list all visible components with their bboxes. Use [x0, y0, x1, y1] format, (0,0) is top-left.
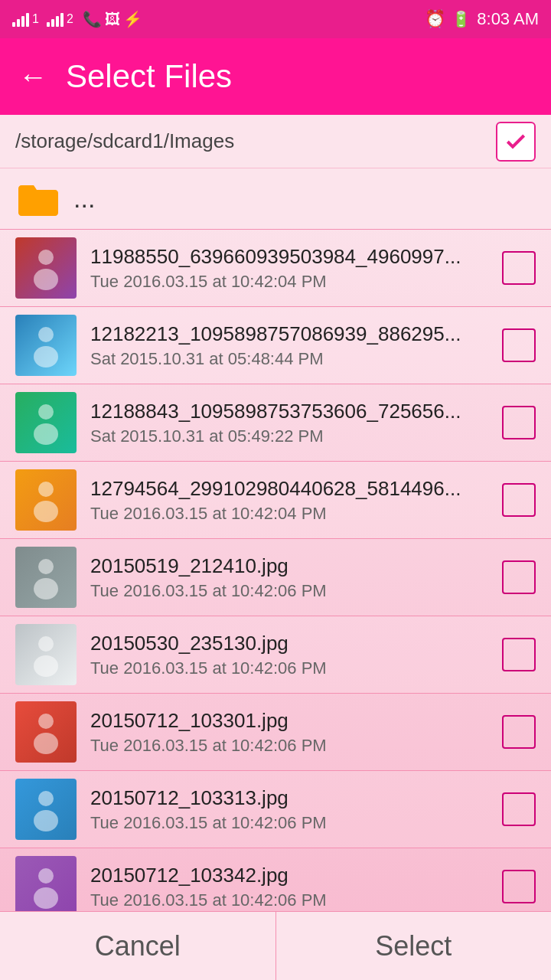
list-item[interactable]: 20150519_212410.jpg Tue 2016.03.15 at 10… — [0, 539, 551, 616]
file-checkbox[interactable] — [502, 406, 536, 439]
svg-point-4 — [38, 404, 54, 420]
app-bar: ← Select Files — [0, 38, 551, 115]
signal-1 — [12, 11, 29, 27]
file-name: 12188843_1095898753753606_725656... — [90, 400, 494, 423]
file-thumbnail — [15, 701, 77, 763]
list-item[interactable]: 12188843_1095898753753606_725656... Sat … — [0, 384, 551, 462]
file-date: Tue 2016.03.15 at 10:42:06 PM — [90, 736, 494, 756]
select-all-button[interactable] — [496, 122, 536, 162]
select-button[interactable]: Select — [276, 912, 552, 980]
parent-folder-row[interactable]: ... — [0, 168, 551, 230]
file-thumbnail — [15, 392, 77, 453]
list-item[interactable]: 11988550_639660939503984_4960997... Tue … — [0, 230, 551, 307]
svg-point-5 — [34, 423, 58, 445]
file-info: 20150712_103342.jpg Tue 2016.03.15 at 10… — [90, 864, 494, 910]
svg-point-17 — [34, 887, 58, 909]
file-info: 11988550_639660939503984_4960997... Tue … — [90, 245, 494, 292]
back-arrow-icon: ← — [18, 60, 47, 93]
list-item[interactable]: 20150712_103313.jpg Tue 2016.03.15 at 10… — [0, 771, 551, 848]
file-name: 20150530_235130.jpg — [90, 632, 494, 655]
cancel-label: Cancel — [95, 930, 181, 962]
svg-point-7 — [34, 501, 58, 522]
file-thumbnail — [15, 624, 77, 685]
list-item[interactable]: 12182213_1095898757086939_886295... Sat … — [0, 307, 551, 384]
svg-point-8 — [38, 559, 54, 574]
file-thumbnail — [15, 237, 77, 299]
file-thumbnail — [15, 856, 77, 917]
file-thumbnail — [15, 547, 77, 608]
signal-2 — [47, 11, 64, 27]
file-date: Sat 2015.10.31 at 05:49:22 PM — [90, 426, 494, 446]
file-list: ... 11988550_639660939503984_4960997... … — [0, 168, 551, 934]
file-name: 11988550_639660939503984_4960997... — [90, 245, 494, 269]
file-date: Tue 2016.03.15 at 10:42:06 PM — [90, 581, 494, 601]
file-checkbox[interactable] — [502, 638, 536, 671]
list-item[interactable]: 20150530_235130.jpg Tue 2016.03.15 at 10… — [0, 616, 551, 694]
file-thumbnail — [15, 469, 77, 531]
status-right: ⏰ 🔋 8:03 AM — [425, 9, 539, 29]
file-info: 20150519_212410.jpg Tue 2016.03.15 at 10… — [90, 554, 494, 601]
file-date: Tue 2016.03.15 at 10:42:04 PM — [90, 504, 494, 524]
alarm-icon: ⏰ — [425, 9, 445, 29]
file-thumbnail — [15, 779, 77, 840]
file-checkbox[interactable] — [502, 251, 536, 285]
folder-icon — [15, 181, 61, 217]
sim1-label: 1 — [32, 12, 39, 26]
svg-point-9 — [34, 578, 58, 599]
file-name: 12794564_299102980440628_5814496... — [90, 477, 494, 501]
file-info: 20150530_235130.jpg Tue 2016.03.15 at 10… — [90, 632, 494, 678]
file-checkbox[interactable] — [502, 483, 536, 517]
bottom-bar: Cancel Select — [0, 911, 551, 980]
file-info: 12794564_299102980440628_5814496... Tue … — [90, 477, 494, 524]
file-date: Tue 2016.03.15 at 10:42:06 PM — [90, 890, 494, 910]
file-date: Sat 2015.10.31 at 05:48:44 PM — [90, 349, 494, 369]
file-name: 20150712_103313.jpg — [90, 786, 494, 810]
file-name: 20150712_103301.jpg — [90, 709, 494, 733]
file-checkbox[interactable] — [502, 792, 536, 826]
file-rows: 11988550_639660939503984_4960997... Tue … — [0, 230, 551, 926]
file-checkbox[interactable] — [502, 560, 536, 594]
image-icon: 🖼 — [105, 11, 120, 28]
battery-icon: 🔋 — [452, 10, 471, 28]
list-item[interactable]: 20150712_103301.jpg Tue 2016.03.15 at 10… — [0, 694, 551, 771]
status-bar: 1 2 📞 🖼 ⚡ ⏰ 🔋 8:03 AM — [0, 0, 551, 38]
svg-point-13 — [34, 733, 58, 754]
file-checkbox[interactable] — [502, 870, 536, 903]
call-icon: 📞 — [83, 10, 102, 28]
list-item[interactable]: 12794564_299102980440628_5814496... Tue … — [0, 462, 551, 539]
svg-point-0 — [38, 250, 54, 265]
sim2-label: 2 — [67, 12, 73, 26]
page-title: Select Files — [66, 58, 533, 95]
file-checkbox[interactable] — [502, 715, 536, 749]
file-info: 20150712_103313.jpg Tue 2016.03.15 at 10… — [90, 786, 494, 833]
file-checkbox[interactable] — [502, 328, 536, 362]
time-display: 8:03 AM — [477, 9, 539, 29]
file-name: 12182213_1095898757086939_886295... — [90, 322, 494, 346]
svg-point-16 — [38, 868, 54, 884]
select-label: Select — [375, 930, 452, 962]
file-info: 20150712_103301.jpg Tue 2016.03.15 at 10… — [90, 709, 494, 756]
path-bar: /storage/sdcard1/Images — [0, 115, 551, 168]
file-date: Tue 2016.03.15 at 10:42:06 PM — [90, 658, 494, 678]
status-left: 1 2 📞 🖼 ⚡ — [12, 10, 142, 28]
parent-folder-label: ... — [73, 184, 95, 214]
file-name: 20150519_212410.jpg — [90, 554, 494, 578]
svg-point-6 — [38, 482, 54, 497]
usb-icon: ⚡ — [123, 10, 142, 28]
file-info: 12182213_1095898757086939_886295... Sat … — [90, 322, 494, 369]
checkmark-icon — [504, 129, 528, 154]
svg-point-3 — [34, 346, 58, 368]
svg-point-12 — [38, 714, 54, 729]
cancel-button[interactable]: Cancel — [0, 912, 276, 980]
svg-point-2 — [38, 327, 54, 342]
svg-point-1 — [34, 269, 58, 290]
svg-point-15 — [34, 810, 58, 831]
file-name: 20150712_103342.jpg — [90, 864, 494, 887]
current-path: /storage/sdcard1/Images — [15, 129, 234, 153]
file-date: Tue 2016.03.15 at 10:42:06 PM — [90, 813, 494, 833]
svg-point-11 — [34, 655, 58, 677]
svg-point-14 — [38, 791, 54, 806]
file-info: 12188843_1095898753753606_725656... Sat … — [90, 400, 494, 446]
svg-point-10 — [38, 636, 54, 652]
back-button[interactable]: ← — [18, 62, 47, 91]
